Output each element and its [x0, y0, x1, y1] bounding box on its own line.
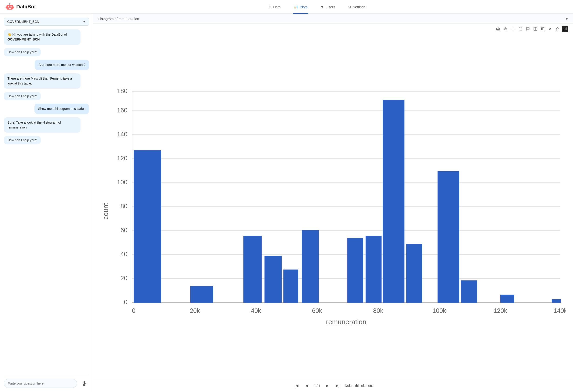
- svg-text:120k: 120k: [494, 307, 507, 314]
- settings-icon: ⚙: [348, 5, 351, 9]
- chart-container: count 0 20 40 6: [93, 32, 573, 379]
- svg-text:80k: 80k: [373, 307, 383, 314]
- message-text: Are there more men or women ?: [38, 63, 85, 67]
- plot-header: Histogram of remuneration ▼: [93, 14, 573, 24]
- plus-icon[interactable]: [510, 26, 516, 32]
- svg-rect-70: [366, 236, 382, 303]
- tab-plots-label: Plots: [300, 5, 307, 9]
- svg-text:0: 0: [132, 307, 135, 314]
- svg-text:140: 140: [117, 131, 127, 138]
- mic-button[interactable]: [79, 378, 89, 388]
- svg-point-5: [9, 3, 10, 4]
- list-item: Sure! Take a look at the Histogram of re…: [4, 117, 81, 133]
- chart-footer: |◀ ◀ 1 / 1 ▶ ▶| Delete this element: [93, 379, 573, 392]
- list-item: 👋 Hi! you are talking with the DataBot o…: [4, 29, 81, 45]
- svg-rect-63: [134, 150, 161, 303]
- dataset-selector[interactable]: GOVERNMENT_BCN ▼: [4, 18, 89, 26]
- dataset-name: GOVERNMENT_BCN: [7, 20, 39, 23]
- svg-rect-71: [383, 100, 404, 303]
- list-item: How can I help you?: [4, 48, 41, 56]
- camera-icon[interactable]: [495, 26, 501, 32]
- svg-rect-30: [566, 27, 567, 30]
- svg-rect-8: [84, 381, 85, 384]
- svg-rect-11: [496, 28, 500, 30]
- histogram-svg: count 0 20 40 6: [98, 35, 566, 377]
- last-page-button[interactable]: ▶|: [334, 382, 341, 389]
- zoom-in-icon[interactable]: [532, 26, 538, 32]
- svg-rect-67: [283, 269, 298, 303]
- svg-rect-3: [9, 8, 11, 9]
- chat-messages: 👋 Hi! you are talking with the DataBot o…: [4, 29, 89, 373]
- svg-rect-68: [302, 230, 319, 303]
- main-layout: GOVERNMENT_BCN ▼ 👋 Hi! you are talking w…: [0, 14, 573, 392]
- svg-rect-66: [264, 256, 282, 303]
- zoom-out-icon[interactable]: [539, 26, 546, 32]
- list-item: How can I help you?: [4, 136, 41, 144]
- app-title: DataBot: [16, 4, 36, 10]
- svg-text:40: 40: [121, 251, 127, 258]
- message-text: How can I help you?: [7, 50, 37, 54]
- svg-rect-64: [190, 286, 213, 303]
- svg-text:remuneration: remuneration: [326, 318, 366, 326]
- delete-element-button[interactable]: Delete this element: [345, 384, 373, 388]
- tab-settings-label: Settings: [353, 5, 365, 9]
- message-text: How can I help you?: [7, 94, 37, 98]
- tab-plots[interactable]: 📊 Plots: [293, 1, 308, 14]
- tab-settings[interactable]: ⚙ Settings: [347, 1, 366, 14]
- svg-rect-20: [534, 27, 535, 29]
- tab-filters[interactable]: ▼ Filters: [320, 1, 336, 14]
- chevron-down-icon: ▼: [83, 20, 86, 23]
- zoom-icon[interactable]: [502, 26, 509, 32]
- svg-rect-72: [406, 244, 422, 303]
- svg-text:20: 20: [121, 275, 127, 282]
- svg-rect-76: [552, 299, 561, 303]
- bar-chart-icon[interactable]: [562, 26, 568, 32]
- svg-text:60k: 60k: [312, 307, 322, 314]
- message-text: How can I help you?: [7, 138, 37, 142]
- svg-rect-73: [438, 171, 459, 303]
- svg-text:100: 100: [117, 179, 127, 186]
- next-page-button[interactable]: ▶: [324, 382, 330, 389]
- select-icon[interactable]: [517, 26, 524, 32]
- message-text: Sure! Take a look at the Histogram of re…: [7, 121, 61, 129]
- svg-text:20k: 20k: [190, 307, 200, 314]
- robot-icon: [6, 2, 14, 11]
- tab-data-label: Data: [273, 5, 281, 9]
- svg-rect-69: [347, 238, 363, 303]
- svg-rect-23: [535, 29, 537, 31]
- svg-point-12: [497, 29, 499, 30]
- svg-rect-1: [8, 6, 9, 7]
- chat-input[interactable]: [4, 379, 77, 388]
- svg-rect-29: [565, 28, 566, 30]
- filters-icon: ▼: [321, 5, 324, 9]
- svg-rect-6: [6, 6, 7, 8]
- home-icon[interactable]: [554, 26, 561, 32]
- svg-text:60: 60: [121, 227, 127, 234]
- svg-text:160: 160: [117, 107, 127, 114]
- data-icon: 🗄: [268, 5, 272, 9]
- list-item: There are more Masculí than Femenì, take…: [4, 73, 81, 89]
- close-icon[interactable]: [547, 26, 554, 32]
- svg-rect-75: [500, 295, 514, 303]
- first-page-button[interactable]: |◀: [293, 382, 300, 389]
- microphone-icon: [82, 381, 87, 386]
- svg-text:120: 120: [117, 155, 127, 162]
- svg-rect-19: [519, 27, 522, 30]
- content-area: Histogram of remuneration ▼: [93, 14, 573, 392]
- histogram-chart: count 0 20 40 6: [98, 35, 566, 377]
- svg-text:40k: 40k: [251, 307, 261, 314]
- page-info: 1 / 1: [314, 384, 320, 388]
- svg-text:180: 180: [117, 88, 127, 94]
- comment-icon[interactable]: [525, 26, 531, 32]
- svg-rect-65: [243, 236, 262, 303]
- tab-data[interactable]: 🗄 Data: [267, 1, 282, 14]
- plot-title: Histogram of remuneration: [98, 17, 139, 21]
- svg-text:80: 80: [121, 203, 127, 210]
- plots-icon: 📊: [294, 5, 298, 9]
- svg-rect-28: [564, 29, 564, 30]
- prev-page-button[interactable]: ◀: [304, 382, 309, 389]
- chevron-down-icon[interactable]: ▼: [565, 17, 568, 21]
- list-item: How can I help you?: [4, 92, 41, 100]
- svg-rect-24: [542, 28, 543, 30]
- plot-toolbar: [93, 24, 573, 32]
